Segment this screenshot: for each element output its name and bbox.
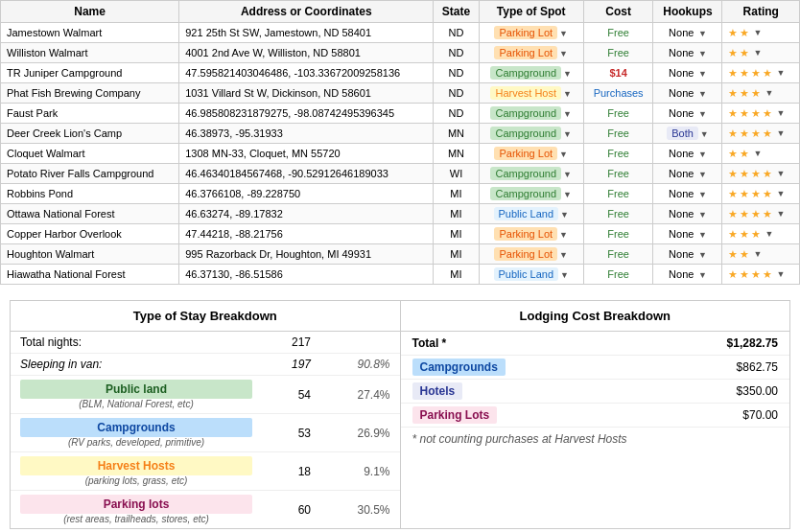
rating-dropdown-arrow[interactable]: ▼ — [753, 249, 762, 259]
hookups-dropdown-arrow[interactable]: ▼ — [695, 170, 706, 179]
star-icon: ★ — [740, 148, 749, 160]
cell-rating[interactable]: ★★ ▼ — [722, 144, 800, 164]
cell-rating[interactable]: ★★★★ ▼ — [722, 265, 800, 285]
campgrounds-label: Campgrounds — [20, 418, 252, 437]
cell-hookups[interactable]: None ▼ — [653, 184, 722, 204]
cell-rating[interactable]: ★★★★ ▼ — [722, 204, 800, 224]
star-icon: ★ — [728, 47, 738, 59]
cell-state: MI — [434, 224, 479, 244]
type-badge: Campground — [490, 167, 561, 180]
cell-rating[interactable]: ★★★ ▼ — [722, 224, 800, 244]
cell-type[interactable]: Campground▼ — [479, 124, 583, 144]
rating-dropdown-arrow[interactable]: ▼ — [776, 209, 785, 219]
cell-type[interactable]: Harvest Host▼ — [479, 83, 583, 104]
cell-hookups[interactable]: None ▼ — [653, 23, 722, 43]
campgrounds-sub: (RV parks, developed, primitive) — [20, 437, 252, 448]
hookups-dropdown-arrow[interactable]: ▼ — [695, 89, 706, 99]
type-dropdown-arrow[interactable]: ▼ — [563, 89, 572, 99]
type-dropdown-arrow[interactable]: ▼ — [559, 150, 568, 159]
hookups-dropdown-arrow[interactable]: ▼ — [695, 49, 706, 58]
cell-name: Robbins Pond — [1, 184, 179, 204]
rating-dropdown-arrow[interactable]: ▼ — [776, 108, 785, 118]
cell-hookups[interactable]: None ▼ — [653, 63, 722, 83]
cell-rating[interactable]: ★★★★ ▼ — [722, 184, 800, 204]
type-dropdown-arrow[interactable]: ▼ — [560, 270, 569, 280]
rating-dropdown-arrow[interactable]: ▼ — [753, 28, 762, 37]
cell-hookups[interactable]: None ▼ — [653, 104, 722, 124]
cell-type[interactable]: Campground▼ — [479, 184, 583, 204]
hookups-dropdown-arrow[interactable]: ▼ — [695, 250, 706, 260]
rating-dropdown-arrow[interactable]: ▼ — [776, 189, 785, 198]
rating-dropdown-arrow[interactable]: ▼ — [753, 48, 762, 58]
hookups-dropdown-arrow[interactable]: ▼ — [695, 270, 706, 280]
hookups-dropdown-arrow[interactable]: ▼ — [695, 210, 706, 220]
cell-type[interactable]: Public Land▼ — [479, 265, 583, 285]
hookups-dropdown-arrow[interactable]: ▼ — [695, 230, 706, 240]
rating-dropdown-arrow[interactable]: ▼ — [765, 88, 773, 98]
cell-type[interactable]: Campground▼ — [479, 164, 583, 184]
cell-rating[interactable]: ★★★★ ▼ — [722, 104, 800, 124]
rating-dropdown-arrow[interactable]: ▼ — [776, 128, 785, 138]
hookups-dropdown-arrow[interactable]: ▼ — [700, 129, 709, 139]
cell-type[interactable]: Public Land▼ — [479, 204, 583, 224]
cell-rating[interactable]: ★★★★ ▼ — [722, 63, 800, 83]
type-dropdown-arrow[interactable]: ▼ — [559, 230, 568, 240]
type-dropdown-arrow[interactable]: ▼ — [563, 170, 572, 179]
cell-rating[interactable]: ★★★★ ▼ — [722, 124, 800, 144]
type-dropdown-arrow[interactable]: ▼ — [563, 129, 572, 139]
cell-type[interactable]: Parking Lot▼ — [479, 23, 583, 43]
cell-rating[interactable]: ★★★★ ▼ — [722, 164, 800, 184]
cell-state: WI — [434, 164, 479, 184]
campgrounds-value: 53 — [262, 414, 320, 452]
rating-dropdown-arrow[interactable]: ▼ — [776, 269, 785, 279]
harvest-sub: (parking lots, grass, etc) — [20, 475, 252, 486]
cell-hookups[interactable]: None ▼ — [653, 43, 722, 63]
cell-hookups[interactable]: None ▼ — [653, 144, 722, 164]
hookups-value: None — [669, 248, 694, 260]
type-dropdown-arrow[interactable]: ▼ — [559, 49, 568, 58]
cell-rating[interactable]: ★★ ▼ — [722, 244, 800, 265]
hookups-dropdown-arrow[interactable]: ▼ — [695, 150, 706, 159]
cell-cost: Free — [583, 104, 653, 124]
cell-hookups[interactable]: Both▼ — [653, 124, 722, 144]
rating-dropdown-arrow[interactable]: ▼ — [765, 229, 773, 239]
hookups-value: None — [669, 87, 694, 99]
cell-state: MN — [434, 124, 479, 144]
cell-hookups[interactable]: None ▼ — [653, 83, 722, 104]
cell-name: Ottawa National Forest — [1, 204, 179, 224]
type-dropdown-arrow[interactable]: ▼ — [559, 29, 568, 38]
cell-type[interactable]: Parking Lot▼ — [479, 224, 583, 244]
hookups-dropdown-arrow[interactable]: ▼ — [695, 109, 706, 119]
cell-cost: Free — [583, 124, 653, 144]
cell-address: 46.63274, -89.17832 — [179, 204, 434, 224]
cell-hookups[interactable]: None ▼ — [653, 224, 722, 244]
cell-state: ND — [434, 63, 479, 83]
rating-cell: ★★★★ ▼ — [728, 188, 793, 200]
hookups-dropdown-arrow[interactable]: ▼ — [695, 69, 706, 79]
type-dropdown-arrow[interactable]: ▼ — [560, 210, 569, 220]
cell-type[interactable]: Parking Lot▼ — [479, 43, 583, 63]
type-dropdown-arrow[interactable]: ▼ — [563, 69, 572, 79]
cell-rating[interactable]: ★★★ ▼ — [722, 83, 800, 104]
cell-hookups[interactable]: None ▼ — [653, 244, 722, 265]
type-dropdown-arrow[interactable]: ▼ — [563, 109, 572, 119]
cell-rating[interactable]: ★★ ▼ — [722, 23, 800, 43]
type-dropdown-arrow[interactable]: ▼ — [559, 250, 568, 260]
table-row: Cloquet Walmart1308 MN-33, Cloquet, MN 5… — [1, 144, 800, 164]
hookups-dropdown-arrow[interactable]: ▼ — [695, 190, 706, 199]
rating-dropdown-arrow[interactable]: ▼ — [776, 68, 785, 78]
star-icon: ★ — [740, 168, 749, 180]
cell-hookups[interactable]: None ▼ — [653, 265, 722, 285]
cell-type[interactable]: Parking Lot▼ — [479, 244, 583, 265]
cell-type[interactable]: Campground▼ — [479, 104, 583, 124]
cell-rating[interactable]: ★★ ▼ — [722, 43, 800, 63]
cell-hookups[interactable]: None ▼ — [653, 204, 722, 224]
hookups-dropdown-arrow[interactable]: ▼ — [695, 29, 706, 38]
cell-type[interactable]: Campground▼ — [479, 63, 583, 83]
cell-type[interactable]: Parking Lot▼ — [479, 144, 583, 164]
rating-dropdown-arrow[interactable]: ▼ — [753, 149, 762, 158]
cell-state: MI — [434, 265, 479, 285]
type-dropdown-arrow[interactable]: ▼ — [563, 190, 572, 199]
cell-hookups[interactable]: None ▼ — [653, 164, 722, 184]
rating-dropdown-arrow[interactable]: ▼ — [776, 169, 785, 178]
